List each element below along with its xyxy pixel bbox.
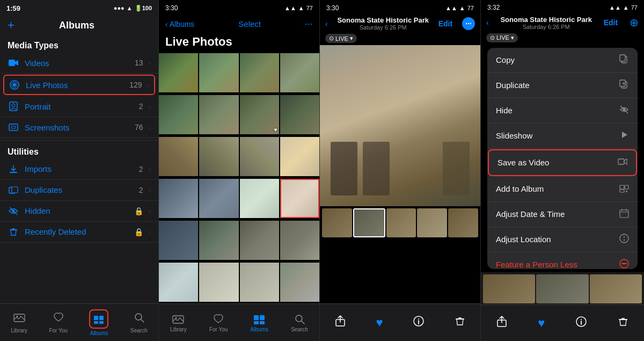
thumb-5[interactable]	[448, 208, 478, 237]
svg-rect-50	[620, 210, 628, 217]
adjust-location-icon	[619, 234, 629, 245]
share-button-3[interactable]	[334, 315, 346, 330]
portrait-count: 2	[139, 102, 143, 111]
utilities-section-header: Utilities	[0, 143, 158, 159]
tab-library-2[interactable]: Library	[170, 313, 187, 332]
add-album-button[interactable]: +	[8, 18, 14, 32]
tab-albums-1[interactable]: Albums	[89, 309, 108, 336]
edit-button-4[interactable]: Edit	[604, 18, 618, 27]
photo-cell-1[interactable]	[159, 53, 198, 92]
photo-cell-24[interactable]	[280, 263, 319, 302]
tab-albums-2[interactable]: Albums	[251, 313, 268, 332]
photo-cell-22[interactable]	[199, 263, 238, 302]
share-button-4[interactable]	[496, 316, 508, 330]
menu-item-duplicate[interactable]: Duplicate	[487, 73, 638, 98]
live-pill-3[interactable]: ⊙ LIVE ▾	[325, 34, 357, 43]
photo-cell-9[interactable]	[159, 137, 198, 176]
photo-cell-8[interactable]	[280, 95, 319, 134]
album-item-portrait[interactable]: Portrait 2 ›	[0, 96, 158, 117]
photo-cell-19[interactable]	[240, 221, 279, 260]
svg-rect-25	[260, 315, 265, 320]
info-button-3[interactable]	[413, 315, 425, 330]
photo-cell-16-selected[interactable]	[280, 179, 319, 218]
photo-cell-3[interactable]	[240, 53, 279, 92]
tab-for-you-1[interactable]: For You	[49, 311, 67, 333]
save-as-video-icon	[618, 157, 627, 169]
photo-cell-15[interactable]	[240, 179, 279, 218]
duplicates-count: 2	[139, 186, 143, 194]
photo-cell-11[interactable]	[240, 137, 279, 176]
photo-cell-4[interactable]	[280, 53, 319, 92]
tab-library-1[interactable]: Library	[11, 311, 27, 333]
photo-cell-5[interactable]	[159, 95, 198, 134]
album-item-live-photos[interactable]: Live Photos 129 ›	[3, 75, 155, 95]
portrait-label: Portrait	[25, 102, 134, 111]
hidden-icon	[8, 205, 19, 217]
photo-cell-10[interactable]	[199, 137, 238, 176]
delete-button-3[interactable]	[454, 315, 466, 330]
like-button-4[interactable]: ♥	[538, 316, 545, 330]
tab-for-you-2[interactable]: For You	[209, 313, 228, 332]
thumb-3[interactable]	[386, 208, 416, 237]
like-button-3[interactable]: ♥	[376, 316, 383, 330]
menu-item-slideshow[interactable]: Slideshow	[487, 124, 638, 149]
p4-nav: ‹ Sonoma State Historic Park Saturday 6:…	[481, 16, 644, 32]
delete-button-4[interactable]	[617, 316, 629, 330]
album-item-videos[interactable]: Videos 13 ›	[0, 53, 158, 74]
menu-item-copy[interactable]: Copy	[487, 48, 638, 73]
menu-item-hide[interactable]: Hide	[487, 98, 638, 124]
live-photos-icon	[9, 79, 20, 91]
slideshow-label: Slideshow	[496, 131, 532, 140]
thumb-1[interactable]	[322, 208, 352, 237]
main-photo-3[interactable]	[320, 45, 480, 206]
menu-item-feature-person-less[interactable]: Feature a Person Less	[487, 252, 638, 269]
info-button-4[interactable]	[575, 316, 587, 330]
album-item-hidden[interactable]: Hidden 🔒 ›	[0, 201, 158, 222]
photo-cell-14[interactable]	[199, 179, 238, 218]
svg-rect-47	[620, 190, 624, 192]
photo-cell-21[interactable]	[159, 263, 198, 302]
menu-item-adjust-date-time[interactable]: Adjust Date & Time	[487, 202, 638, 227]
hidden-label: Hidden	[25, 206, 129, 215]
more-icon-3: ···	[465, 19, 472, 28]
photo-cell-20[interactable]	[280, 221, 319, 260]
photo-cell-23[interactable]	[240, 263, 279, 302]
photo-cell-13[interactable]	[159, 179, 198, 218]
photo-cell-7[interactable]: ♥	[240, 95, 279, 134]
back-button-3[interactable]: ‹	[325, 19, 328, 28]
tab-search-2[interactable]: Search	[291, 313, 308, 332]
thumb-2-selected[interactable]	[353, 208, 385, 237]
edit-button-3[interactable]: Edit	[438, 19, 452, 28]
photo-cell-17[interactable]	[159, 221, 198, 260]
album-item-imports[interactable]: Imports 2 ›	[0, 159, 158, 180]
menu-item-save-as-video[interactable]: Save as Video	[488, 149, 637, 176]
back-button-2[interactable]: ‹ Albums	[165, 20, 194, 28]
thumb-4[interactable]	[417, 208, 447, 237]
battery-icon-3: 77	[467, 5, 474, 11]
photo-cell-12[interactable]	[280, 137, 319, 176]
tab-search-1[interactable]: Search	[130, 311, 148, 333]
p4-thumb-3[interactable]	[590, 274, 642, 303]
menu-item-adjust-location[interactable]: Adjust Location	[487, 227, 638, 252]
panel-albums: 1:59 ●●● ▲ 🔋100 + Albums Media Types Vid…	[0, 0, 159, 341]
menu-item-add-to-album[interactable]: Add to Album	[487, 177, 638, 202]
photo-cell-6[interactable]	[199, 95, 238, 134]
photo-cell-18[interactable]	[199, 221, 238, 260]
svg-line-41	[620, 106, 628, 113]
duplicate-icon	[619, 79, 629, 91]
album-item-recently-deleted[interactable]: Recently Deleted 🔒 ›	[0, 222, 158, 243]
photo-cell-2[interactable]	[199, 53, 238, 92]
live-pill-4[interactable]: ⊙ LIVE ▾	[486, 33, 518, 42]
album-item-screenshots[interactable]: Screenshots 76 ›	[0, 117, 158, 138]
panel-photo-detail: 3:30 ▲▲ ▲ 77 ‹ Sonoma State Historic Par…	[320, 0, 481, 341]
back-button-4[interactable]: ‹	[486, 18, 489, 27]
thumbnail-strip-3	[320, 206, 480, 240]
p4-thumb-2[interactable]	[536, 274, 588, 303]
album-item-duplicates[interactable]: Duplicates 2 ›	[0, 180, 158, 201]
p4-thumb-1[interactable]	[483, 274, 535, 303]
more-button-4[interactable]: ⊕	[630, 16, 639, 29]
svg-rect-17	[99, 316, 104, 320]
more-button-3-highlighted[interactable]: ···	[462, 17, 475, 30]
select-button-2[interactable]: Select	[238, 19, 261, 28]
more-button-2[interactable]: ···	[305, 18, 313, 30]
